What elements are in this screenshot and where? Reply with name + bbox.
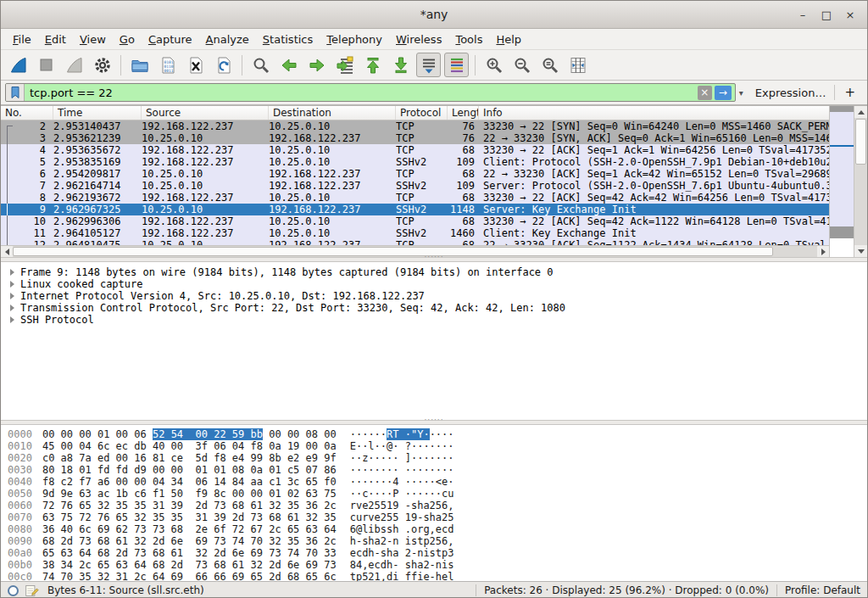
hex-row-0030[interactable]: 003080 18 01 fd fd d9 00 00 01 01 08 0a … xyxy=(1,464,867,476)
pane-splitter-top[interactable] xyxy=(1,257,867,262)
minimize-button[interactable]: – xyxy=(791,4,815,25)
expand-arrow-icon[interactable] xyxy=(10,316,14,323)
go-last-packet-button[interactable] xyxy=(388,53,413,77)
detail-tree-item-0[interactable]: Frame 9: 1148 bytes on wire (9184 bits),… xyxy=(1,266,867,278)
save-file-button[interactable]: 010101100011 xyxy=(155,53,180,77)
detail-tree-item-2[interactable]: Internet Protocol Version 4, Src: 10.25.… xyxy=(1,290,867,302)
close-file-button[interactable] xyxy=(183,53,208,77)
maximize-button[interactable]: □ xyxy=(815,4,838,25)
hex-ascii-column[interactable]: ··z····· ]······· xyxy=(350,452,454,464)
expression-button[interactable]: Expression… xyxy=(747,87,835,99)
hex-bytes-column[interactable]: 00 00 00 01 00 06 52 54 00 22 59 bb 00 0… xyxy=(42,428,337,440)
menu-go[interactable]: Go xyxy=(113,31,142,48)
restart-capture-button[interactable] xyxy=(62,53,86,77)
display-filter-input[interactable]: tcp.port == 22 × → xyxy=(5,83,736,102)
hex-bytes-column[interactable]: 45 00 04 6c ec db 40 00 3f 06 04 f8 0a 1… xyxy=(42,440,337,452)
hex-row-00b0[interactable]: 00b038 34 2c 65 63 64 68 2d 73 68 61 32 … xyxy=(1,559,867,571)
hscroll-thumb[interactable] xyxy=(13,247,773,256)
hex-row-0090[interactable]: 009068 2d 73 68 61 32 2d 6e 69 73 74 70 … xyxy=(1,535,867,547)
packet-row-12[interactable]: 122.96481047510.25.0.10192.168.122.237TC… xyxy=(1,239,829,245)
column-header-time[interactable]: Time xyxy=(53,106,142,120)
packet-row-4[interactable]: 42.953635672192.168.122.23710.25.0.10TCP… xyxy=(1,144,829,156)
menu-help[interactable]: Help xyxy=(489,31,528,48)
detail-tree-item-4[interactable]: SSH Protocol xyxy=(1,314,867,326)
hex-ascii-column[interactable]: 6@libssh .org,ecd xyxy=(350,523,454,535)
column-header-destination[interactable]: Destination xyxy=(269,106,396,120)
resize-columns-button[interactable] xyxy=(565,53,590,77)
colorize-packets-button[interactable] xyxy=(444,53,469,77)
hex-row-0010[interactable]: 001045 00 04 6c ec db 40 00 3f 06 04 f8 … xyxy=(1,440,867,452)
zoom-original-button[interactable] xyxy=(537,53,562,77)
titlebar[interactable]: *any – □ × xyxy=(1,1,867,29)
hex-ascii-column[interactable]: ······RT ·"Y····· xyxy=(350,428,454,440)
column-header-info[interactable]: Info xyxy=(479,106,829,120)
hex-bytes-column[interactable]: 9d 9e 63 ac 1b c6 f1 50 f9 8c 00 00 01 0… xyxy=(42,488,337,500)
packet-row-9[interactable]: 92.96296732510.25.0.10192.168.122.237SSH… xyxy=(1,204,829,215)
hex-row-0020[interactable]: 0020c0 a8 7a ed 00 16 81 ce 5d f8 e4 99 … xyxy=(1,452,867,464)
hex-bytes-column[interactable]: 80 18 01 fd fd d9 00 00 01 01 08 0a 01 c… xyxy=(42,464,337,476)
menu-statistics[interactable]: Statistics xyxy=(256,31,320,48)
hex-bytes-column[interactable]: 36 40 6c 69 62 73 73 68 2e 6f 72 67 2c 6… xyxy=(42,523,337,535)
status-profile[interactable]: Profile: Default xyxy=(785,584,860,596)
vscroll-thumb[interactable] xyxy=(855,119,866,165)
scroll-right-arrow[interactable] xyxy=(817,246,829,257)
packet-row-7[interactable]: 72.96216471410.25.0.10192.168.122.237SSH… xyxy=(1,180,829,192)
column-header-length[interactable]: Length xyxy=(448,106,479,120)
intelligent-scrollbar-minimap[interactable] xyxy=(829,106,854,257)
filter-expression-text[interactable]: tcp.port == 22 xyxy=(25,87,698,99)
hex-ascii-column[interactable]: 84,ecdh- sha2-nis xyxy=(350,559,454,571)
menu-wireless[interactable]: Wireless xyxy=(389,31,448,48)
hex-ascii-column[interactable]: curve255 19-sha25 xyxy=(350,511,454,523)
column-header-protocol[interactable]: Protocol xyxy=(396,106,448,120)
reload-file-button[interactable] xyxy=(211,53,236,77)
open-file-button[interactable] xyxy=(127,53,152,77)
packet-row-5[interactable]: 52.953835169192.168.122.23710.25.0.10SSH… xyxy=(1,156,829,168)
hex-row-00c0[interactable]: 00c074 70 35 32 31 2c 64 69 66 66 69 65 … xyxy=(1,571,867,581)
hex-row-0080[interactable]: 008036 40 6c 69 62 73 73 68 2e 6f 72 67 … xyxy=(1,523,867,535)
hex-ascii-column[interactable]: h-sha2-n istp256, xyxy=(350,535,454,547)
hex-row-0050[interactable]: 00509d 9e 63 ac 1b c6 f1 50 f9 8c 00 00 … xyxy=(1,488,867,500)
detail-tree-item-3[interactable]: Transmission Control Protocol, Src Port:… xyxy=(1,302,867,314)
menu-view[interactable]: View xyxy=(73,31,113,48)
scroll-down-arrow[interactable] xyxy=(854,245,867,257)
expert-info-icon[interactable] xyxy=(8,585,19,596)
menu-file[interactable]: File xyxy=(6,31,38,48)
hex-bytes-column[interactable]: 72 76 65 32 35 35 31 39 2d 73 68 61 32 3… xyxy=(42,500,337,511)
hex-row-00a0[interactable]: 00a065 63 64 68 2d 73 68 61 32 2d 6e 69 … xyxy=(1,547,867,559)
packet-row-8[interactable]: 82.962193672192.168.122.23710.25.0.10TCP… xyxy=(1,192,829,204)
packet-row-3[interactable]: 32.95362123910.25.0.10192.168.122.237TCP… xyxy=(1,132,829,144)
hex-bytes-column[interactable]: c0 a8 7a ed 00 16 81 ce 5d f8 e4 99 8b e… xyxy=(42,452,337,464)
hex-bytes-column[interactable]: 74 70 35 32 31 2c 64 69 66 66 69 65 2d 6… xyxy=(42,571,337,581)
hex-bytes-column[interactable]: f8 c2 f7 a6 00 00 04 34 06 14 84 aa c1 3… xyxy=(42,476,337,488)
scroll-up-arrow[interactable] xyxy=(854,106,867,118)
hex-ascii-column[interactable]: ·······4 ·····<e· xyxy=(350,476,454,488)
auto-scroll-button[interactable] xyxy=(416,53,441,77)
hex-ascii-column[interactable]: tp521,di ffie-hel xyxy=(350,571,454,581)
filter-history-dropdown[interactable]: ▾ xyxy=(736,88,747,98)
hex-row-0000[interactable]: 000000 00 00 01 00 06 52 54 00 22 59 bb … xyxy=(1,428,867,440)
go-back-button[interactable] xyxy=(276,53,301,77)
hex-bytes-column[interactable]: 63 75 72 76 65 32 35 35 31 39 2d 73 68 6… xyxy=(42,511,337,523)
packet-list-hscrollbar[interactable] xyxy=(1,245,829,257)
go-forward-button[interactable] xyxy=(304,53,329,77)
hex-bytes-column[interactable]: 68 2d 73 68 61 32 2d 6e 69 73 74 70 32 3… xyxy=(42,535,337,547)
hex-row-0060[interactable]: 006072 76 65 32 35 35 31 39 2d 73 68 61 … xyxy=(1,500,867,511)
hex-bytes-column[interactable]: 65 63 64 68 2d 73 68 61 32 2d 6e 69 73 7… xyxy=(42,547,337,559)
zoom-in-button[interactable] xyxy=(481,53,506,77)
capture-options-button[interactable] xyxy=(90,53,114,77)
stop-capture-button[interactable] xyxy=(34,53,58,77)
capture-comment-icon[interactable] xyxy=(25,584,39,598)
pane-splitter-bottom[interactable] xyxy=(1,420,867,425)
hex-ascii-column[interactable]: E··l··@· ?······· xyxy=(350,440,454,452)
detail-tree-item-1[interactable]: Linux cooked capture xyxy=(1,278,867,290)
filter-apply-button[interactable]: → xyxy=(715,86,732,100)
packet-list-vscrollbar[interactable] xyxy=(854,106,867,257)
close-button[interactable]: × xyxy=(838,4,862,25)
filter-add-button[interactable]: + xyxy=(834,85,863,100)
go-first-packet-button[interactable] xyxy=(360,53,385,77)
expand-arrow-icon[interactable] xyxy=(10,293,14,299)
menu-edit[interactable]: Edit xyxy=(38,31,73,48)
hex-ascii-column[interactable]: ········ ········ xyxy=(350,464,454,476)
column-header-no[interactable]: No. xyxy=(1,106,53,120)
zoom-out-button[interactable] xyxy=(509,53,534,77)
